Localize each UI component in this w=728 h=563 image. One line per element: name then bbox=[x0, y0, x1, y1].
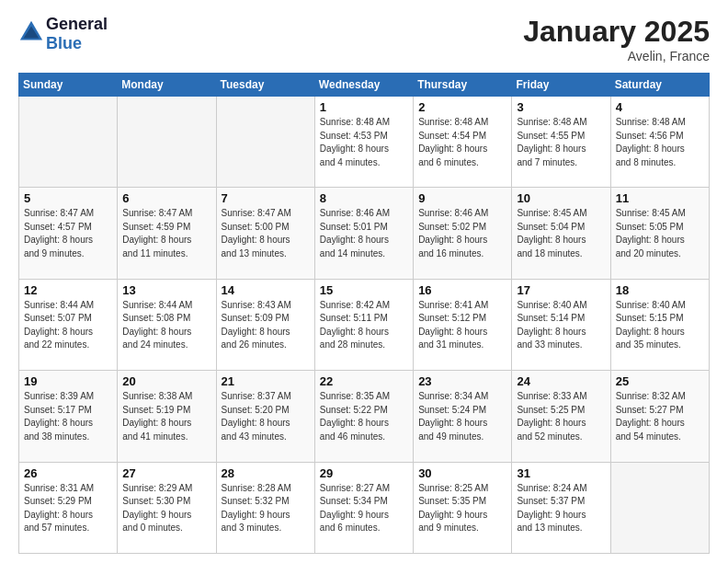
calendar-cell: 8Sunrise: 8:46 AMSunset: 5:01 PMDaylight… bbox=[314, 188, 413, 279]
calendar-week-5: 26Sunrise: 8:31 AMSunset: 5:29 PMDayligh… bbox=[19, 462, 710, 553]
day-info: Sunrise: 8:35 AMSunset: 5:22 PMDaylight:… bbox=[320, 390, 408, 443]
day-number: 17 bbox=[517, 283, 605, 297]
day-info: Sunrise: 8:45 AMSunset: 5:04 PMDaylight:… bbox=[517, 207, 605, 260]
day-number: 3 bbox=[517, 100, 605, 114]
day-number: 1 bbox=[320, 100, 408, 114]
day-info: Sunrise: 8:39 AMSunset: 5:17 PMDaylight:… bbox=[24, 390, 112, 443]
page: General Blue January 2025 Avelin, France… bbox=[0, 0, 728, 563]
calendar-cell: 4Sunrise: 8:48 AMSunset: 4:56 PMDaylight… bbox=[610, 97, 709, 188]
day-number: 14 bbox=[222, 283, 310, 297]
calendar-cell: 9Sunrise: 8:46 AMSunset: 5:02 PMDaylight… bbox=[414, 188, 512, 279]
logo-icon bbox=[18, 19, 44, 45]
calendar-cell: 21Sunrise: 8:37 AMSunset: 5:20 PMDayligh… bbox=[216, 371, 314, 462]
header-monday: Monday bbox=[118, 74, 216, 97]
title-block: January 2025 Avelin, France bbox=[523, 15, 710, 63]
day-info: Sunrise: 8:46 AMSunset: 5:02 PMDaylight:… bbox=[418, 207, 506, 260]
calendar-cell: 25Sunrise: 8:32 AMSunset: 5:27 PMDayligh… bbox=[610, 371, 709, 462]
day-number: 31 bbox=[517, 466, 605, 480]
day-info: Sunrise: 8:37 AMSunset: 5:20 PMDaylight:… bbox=[222, 390, 310, 443]
day-number: 24 bbox=[517, 374, 605, 388]
day-info: Sunrise: 8:34 AMSunset: 5:24 PMDaylight:… bbox=[418, 390, 506, 443]
day-info: Sunrise: 8:24 AMSunset: 5:37 PMDaylight:… bbox=[517, 482, 605, 535]
day-info: Sunrise: 8:45 AMSunset: 5:05 PMDaylight:… bbox=[616, 207, 704, 260]
calendar-week-2: 5Sunrise: 8:47 AMSunset: 4:57 PMDaylight… bbox=[19, 188, 710, 279]
calendar-cell: 12Sunrise: 8:44 AMSunset: 5:07 PMDayligh… bbox=[19, 279, 118, 370]
calendar-cell: 22Sunrise: 8:35 AMSunset: 5:22 PMDayligh… bbox=[314, 371, 413, 462]
day-number: 23 bbox=[418, 374, 506, 388]
header-wednesday: Wednesday bbox=[314, 74, 413, 97]
calendar-cell: 6Sunrise: 8:47 AMSunset: 4:59 PMDaylight… bbox=[118, 188, 216, 279]
header-saturday: Saturday bbox=[610, 74, 709, 97]
day-number: 18 bbox=[616, 283, 704, 297]
day-info: Sunrise: 8:48 AMSunset: 4:54 PMDaylight:… bbox=[418, 116, 506, 169]
calendar-cell: 18Sunrise: 8:40 AMSunset: 5:15 PMDayligh… bbox=[610, 279, 709, 370]
day-number: 19 bbox=[24, 374, 112, 388]
calendar-cell: 30Sunrise: 8:25 AMSunset: 5:35 PMDayligh… bbox=[414, 462, 512, 553]
day-info: Sunrise: 8:40 AMSunset: 5:15 PMDaylight:… bbox=[616, 299, 704, 352]
calendar-cell: 31Sunrise: 8:24 AMSunset: 5:37 PMDayligh… bbox=[512, 462, 610, 553]
day-number: 25 bbox=[616, 374, 704, 388]
day-number: 11 bbox=[616, 191, 704, 205]
calendar-cell: 29Sunrise: 8:27 AMSunset: 5:34 PMDayligh… bbox=[314, 462, 413, 553]
calendar-cell: 1Sunrise: 8:48 AMSunset: 4:53 PMDaylight… bbox=[314, 97, 413, 188]
calendar-cell: 27Sunrise: 8:29 AMSunset: 5:30 PMDayligh… bbox=[118, 462, 216, 553]
header-thursday: Thursday bbox=[414, 74, 512, 97]
calendar-cell: 16Sunrise: 8:41 AMSunset: 5:12 PMDayligh… bbox=[414, 279, 512, 370]
day-number: 30 bbox=[418, 466, 506, 480]
day-number: 4 bbox=[616, 100, 704, 114]
weekday-header-row: Sunday Monday Tuesday Wednesday Thursday… bbox=[19, 74, 710, 97]
day-number: 10 bbox=[517, 191, 605, 205]
calendar-cell bbox=[118, 97, 216, 188]
day-info: Sunrise: 8:27 AMSunset: 5:34 PMDaylight:… bbox=[320, 482, 408, 535]
day-info: Sunrise: 8:44 AMSunset: 5:07 PMDaylight:… bbox=[24, 299, 112, 352]
calendar-week-4: 19Sunrise: 8:39 AMSunset: 5:17 PMDayligh… bbox=[19, 371, 710, 462]
day-number: 15 bbox=[320, 283, 408, 297]
header: General Blue January 2025 Avelin, France bbox=[18, 15, 710, 63]
day-number: 22 bbox=[320, 374, 408, 388]
day-info: Sunrise: 8:44 AMSunset: 5:08 PMDaylight:… bbox=[122, 299, 210, 352]
day-number: 7 bbox=[222, 191, 310, 205]
calendar-cell: 10Sunrise: 8:45 AMSunset: 5:04 PMDayligh… bbox=[512, 188, 610, 279]
calendar-cell: 28Sunrise: 8:28 AMSunset: 5:32 PMDayligh… bbox=[216, 462, 314, 553]
header-tuesday: Tuesday bbox=[216, 74, 314, 97]
day-number: 27 bbox=[122, 466, 210, 480]
calendar-cell: 15Sunrise: 8:42 AMSunset: 5:11 PMDayligh… bbox=[314, 279, 413, 370]
day-info: Sunrise: 8:29 AMSunset: 5:30 PMDaylight:… bbox=[122, 482, 210, 535]
calendar-cell bbox=[216, 97, 314, 188]
calendar-cell bbox=[610, 462, 709, 553]
calendar-cell: 26Sunrise: 8:31 AMSunset: 5:29 PMDayligh… bbox=[19, 462, 118, 553]
day-info: Sunrise: 8:46 AMSunset: 5:01 PMDaylight:… bbox=[320, 207, 408, 260]
day-info: Sunrise: 8:32 AMSunset: 5:27 PMDaylight:… bbox=[616, 390, 704, 443]
day-info: Sunrise: 8:41 AMSunset: 5:12 PMDaylight:… bbox=[418, 299, 506, 352]
calendar-cell: 14Sunrise: 8:43 AMSunset: 5:09 PMDayligh… bbox=[216, 279, 314, 370]
day-number: 2 bbox=[418, 100, 506, 114]
month-title: January 2025 bbox=[523, 15, 710, 49]
calendar-cell: 20Sunrise: 8:38 AMSunset: 5:19 PMDayligh… bbox=[118, 371, 216, 462]
calendar-cell: 2Sunrise: 8:48 AMSunset: 4:54 PMDaylight… bbox=[414, 97, 512, 188]
calendar-cell bbox=[19, 97, 118, 188]
calendar-cell: 3Sunrise: 8:48 AMSunset: 4:55 PMDaylight… bbox=[512, 97, 610, 188]
day-number: 16 bbox=[418, 283, 506, 297]
day-info: Sunrise: 8:40 AMSunset: 5:14 PMDaylight:… bbox=[517, 299, 605, 352]
day-number: 28 bbox=[222, 466, 310, 480]
day-number: 8 bbox=[320, 191, 408, 205]
day-info: Sunrise: 8:47 AMSunset: 4:57 PMDaylight:… bbox=[24, 207, 112, 260]
day-number: 13 bbox=[122, 283, 210, 297]
calendar-cell: 5Sunrise: 8:47 AMSunset: 4:57 PMDaylight… bbox=[19, 188, 118, 279]
day-info: Sunrise: 8:48 AMSunset: 4:53 PMDaylight:… bbox=[320, 116, 408, 169]
calendar-cell: 13Sunrise: 8:44 AMSunset: 5:08 PMDayligh… bbox=[118, 279, 216, 370]
day-number: 29 bbox=[320, 466, 408, 480]
calendar-cell: 11Sunrise: 8:45 AMSunset: 5:05 PMDayligh… bbox=[610, 188, 709, 279]
day-info: Sunrise: 8:47 AMSunset: 4:59 PMDaylight:… bbox=[122, 207, 210, 260]
day-info: Sunrise: 8:42 AMSunset: 5:11 PMDaylight:… bbox=[320, 299, 408, 352]
location: Avelin, France bbox=[523, 49, 710, 63]
day-number: 6 bbox=[122, 191, 210, 205]
calendar-cell: 19Sunrise: 8:39 AMSunset: 5:17 PMDayligh… bbox=[19, 371, 118, 462]
logo-text: General Blue bbox=[46, 15, 108, 53]
header-sunday: Sunday bbox=[19, 74, 118, 97]
header-friday: Friday bbox=[512, 74, 610, 97]
day-number: 5 bbox=[24, 191, 112, 205]
day-info: Sunrise: 8:33 AMSunset: 5:25 PMDaylight:… bbox=[517, 390, 605, 443]
day-info: Sunrise: 8:47 AMSunset: 5:00 PMDaylight:… bbox=[222, 207, 310, 260]
day-number: 9 bbox=[418, 191, 506, 205]
